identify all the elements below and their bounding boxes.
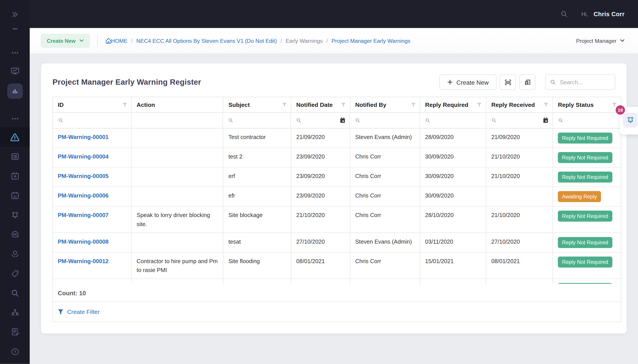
column-header-notified-by[interactable]: Notified By <box>350 97 420 112</box>
search-icon <box>58 118 64 123</box>
sidebar-item-dashboard-monitor[interactable] <box>0 63 30 79</box>
sidebar-item-org-people[interactable] <box>0 304 30 320</box>
table-row: PM-Warning-00006efr23/09/2020Chris Corr3… <box>53 187 621 206</box>
sidebar-item-alarm-bell[interactable] <box>0 207 30 223</box>
calendar-icon[interactable] <box>339 117 346 124</box>
sidebar-item-search[interactable] <box>0 285 30 301</box>
filter-cell-reply-required[interactable] <box>420 112 486 128</box>
breadcrumb-item[interactable]: HOME <box>111 38 127 44</box>
svg-text:31: 31 <box>13 195 17 198</box>
filter-cell-subject[interactable] <box>223 112 291 128</box>
sidebar-item-chat-quote[interactable] <box>0 226 30 243</box>
warning-id-link[interactable]: PM-Warning-00008 <box>58 238 109 245</box>
filter-cell-reply-status[interactable] <box>553 112 621 128</box>
home-icon[interactable] <box>105 37 112 44</box>
filter-cell-action <box>132 112 223 128</box>
sidebar-item-bar-chart[interactable] <box>0 83 30 99</box>
sidebar-item-document-edit[interactable] <box>0 324 30 340</box>
ellipsis-icon <box>10 48 20 58</box>
sidebar-item-ellipsis[interactable] <box>0 45 30 61</box>
column-header-id[interactable]: ID <box>53 97 132 112</box>
filter-cell-notified-by[interactable] <box>350 112 420 128</box>
cell-reply-status: Reply Not Required <box>553 128 621 148</box>
filter-input-reply-required[interactable] <box>433 117 479 124</box>
filter-input-notified-date[interactable] <box>304 117 343 124</box>
column-header-reply-received[interactable]: Reply Received <box>486 97 553 112</box>
create-new-dropdown[interactable]: Create New <box>41 34 90 48</box>
column-chooser-button[interactable] <box>519 74 535 90</box>
grid-body: PM-Warning-00001Test contractor21/09/202… <box>53 128 621 284</box>
sidebar-item-help[interactable]: ? <box>0 344 30 360</box>
column-header-reply-status[interactable]: Reply Status <box>553 97 621 112</box>
filter-funnel-icon[interactable] <box>477 102 482 107</box>
sidebar-item-tag[interactable] <box>0 266 30 282</box>
cell-reply-received: 21/10/2020 <box>486 148 553 167</box>
filter-cell-notified-date[interactable] <box>291 112 350 128</box>
filter-cell-reply-received[interactable] <box>486 112 553 128</box>
sidebar-item-shield-hands[interactable] <box>0 246 30 262</box>
status-badge: Reply Not Required <box>558 132 612 144</box>
role-selector[interactable]: Project Manager <box>576 38 624 44</box>
warning-id-link[interactable]: PM-Warning-00012 <box>58 258 109 264</box>
breadcrumb-item[interactable]: Project Manager Early Warnings <box>331 38 410 44</box>
cell-reply-required: 28/10/2020 <box>420 206 486 232</box>
column-header-reply-required[interactable]: Reply Required <box>420 97 486 112</box>
user-menu[interactable]: Chris Corr <box>594 11 625 18</box>
table-row: PM-Warning-00015Update risk assessment f… <box>53 279 621 284</box>
greeting-text: Hi, <box>581 11 588 17</box>
filter-funnel-icon[interactable] <box>282 102 287 107</box>
filter-input-id[interactable] <box>66 117 125 124</box>
filter-cell-id[interactable] <box>53 112 132 128</box>
filter-funnel-icon[interactable] <box>123 102 127 107</box>
filter-input-subject[interactable] <box>236 117 284 124</box>
warning-id-link[interactable]: PM-Warning-00005 <box>58 173 109 179</box>
column-header-label: Reply Received <box>491 102 535 108</box>
filter-funnel-icon[interactable] <box>411 102 416 107</box>
breadcrumb-item[interactable]: NEC4 ECC All Options By Steven Evans V1 … <box>137 38 277 44</box>
sidebar-icon-box <box>7 83 23 99</box>
register-list-icon <box>10 152 20 162</box>
warning-id-link[interactable]: PM-Warning-00007 <box>58 212 109 218</box>
sidebar-item-calendar-add[interactable] <box>0 168 30 184</box>
sidebar-item-warning-triangle[interactable] <box>0 127 30 147</box>
cell-reply-status: Reply Not Required <box>553 206 621 232</box>
cell-action <box>132 233 224 252</box>
export-xlsx-button[interactable]: xlsx <box>500 74 516 90</box>
warning-id-link[interactable]: PM-Warning-00004 <box>58 153 109 160</box>
create-filter-label: Create Filter <box>67 308 100 315</box>
status-badge: Awaiting Reply <box>558 191 601 202</box>
calendar-icon[interactable] <box>542 117 549 124</box>
create-new-button[interactable]: Create New <box>439 74 496 90</box>
notifications-bell-button[interactable] <box>623 112 638 128</box>
cell-reply-required: 18/01/2021 <box>420 279 486 284</box>
column-header-notified-date[interactable]: Notified Date <box>292 97 350 112</box>
sidebar-item-double-chevron-right[interactable] <box>0 6 30 22</box>
grid-search-input[interactable] <box>560 79 611 85</box>
column-header-label: Subject <box>229 102 250 108</box>
filter-funnel-icon[interactable] <box>544 102 549 107</box>
cell-reply-received: 11/01/2021 <box>486 279 553 284</box>
filter-input-notified-by[interactable] <box>363 117 413 124</box>
cell-notified-date: 23/09/2020 <box>292 148 350 167</box>
filter-input-reply-status[interactable] <box>566 117 614 124</box>
chevron-down-icon <box>79 39 84 42</box>
search-icon <box>425 118 431 123</box>
warning-id-link[interactable]: PM-Warning-00006 <box>58 192 109 199</box>
filter-input-reply-received[interactable] <box>499 117 546 124</box>
column-header-subject[interactable]: Subject <box>224 97 292 112</box>
filter-funnel-icon[interactable] <box>612 102 617 107</box>
status-badge: Reply Not Required <box>558 152 612 163</box>
warning-id-link[interactable]: PM-Warning-00001 <box>58 134 109 140</box>
grid-toolbar: Create New xlsx <box>439 74 615 90</box>
warning-triangle-icon <box>9 132 21 142</box>
search-icon[interactable] <box>560 10 568 18</box>
grid-search-box[interactable] <box>545 74 615 90</box>
sidebar-item-calendar-31[interactable]: 31 <box>0 188 30 204</box>
chat-quote-icon <box>10 230 20 240</box>
sidebar-item-ellipsis[interactable] <box>0 110 30 127</box>
column-header-action[interactable]: Action <box>132 97 224 112</box>
sidebar-item-register-list[interactable] <box>0 148 30 164</box>
chevron-down-icon <box>620 39 624 42</box>
create-filter-link[interactable]: Create Filter <box>58 308 100 315</box>
filter-funnel-icon[interactable] <box>341 102 346 107</box>
